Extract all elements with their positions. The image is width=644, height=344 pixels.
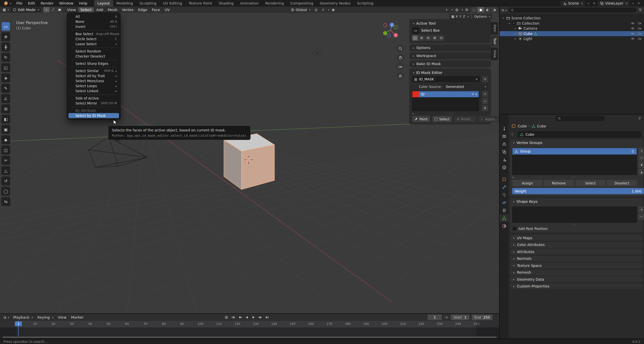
face-select-button[interactable]: ■ — [56, 7, 63, 12]
menu-item-select-all-by-trait[interactable]: Select All by Trait▸ — [68, 73, 119, 78]
close-icon[interactable]: ✕ — [475, 77, 478, 81]
xray-toggle-button[interactable]: ⊞ — [464, 7, 470, 12]
mesh-name-field[interactable]: Cube — [518, 131, 641, 137]
jump-to-start-button[interactable] — [230, 314, 236, 320]
viewport-menu-mesh[interactable]: Mesh — [105, 7, 119, 12]
navigation-gizmo[interactable]: ZX — [379, 18, 403, 43]
workspace-tab-compositing[interactable]: Compositing — [287, 0, 316, 7]
id-mask-name-field[interactable]: ▦ ID_MASK ✕ — [412, 76, 480, 82]
hide-render-icon[interactable] — [638, 37, 641, 41]
show-gizmo-button[interactable]: ⌖ — [444, 7, 450, 12]
menu-item-circle-select[interactable]: Circle SelectC — [68, 36, 119, 41]
vertex-group-specials-button[interactable]: ▾ — [638, 162, 644, 168]
menu-item-none[interactable]: NoneAlt A — [68, 19, 119, 24]
timeline-menu-view[interactable]: View — [56, 315, 69, 320]
editor-type-button[interactable]: ▦▾ — [2, 8, 10, 12]
poly-build-tool-icon[interactable]: △ — [2, 166, 10, 175]
mode-dropdown[interactable]: Edit Mode ▾ — [11, 7, 41, 12]
hide-viewport-icon[interactable] — [631, 37, 635, 41]
remove-shape-key-button[interactable]: − — [638, 214, 644, 220]
filter-icon[interactable]: ▽ — [511, 133, 513, 136]
menu-item-side-of-active[interactable]: Side of Active — [68, 96, 119, 101]
outliner-row-cube[interactable]: ▸Cube — [500, 31, 644, 36]
scene-selector[interactable]: Scene ▾ — [560, 1, 585, 6]
edge-slide-tool-icon[interactable]: ⇆ — [2, 197, 10, 206]
measure-tool-icon[interactable]: ∠ — [2, 94, 10, 103]
play-button[interactable] — [251, 314, 257, 320]
menu-item-invert[interactable]: InvertCtrl I — [68, 24, 119, 29]
pin-icon[interactable] — [638, 117, 641, 120]
autokey-record-button[interactable] — [223, 314, 229, 320]
id-mask-list-item[interactable]: ID⟳▾ — [412, 91, 479, 97]
list-resize-grip[interactable]: ∷∷ — [572, 223, 576, 226]
outliner-search-input[interactable] — [508, 8, 637, 13]
reset-button[interactable]: ↺Reset... — [454, 116, 476, 122]
timeline-ruler[interactable]: 1020304050607080901001101201301401501601… — [0, 321, 499, 327]
show-overlays-button[interactable]: ◍ — [454, 7, 460, 12]
viewport-menu-select[interactable]: Select — [78, 7, 94, 12]
properties-tab-object[interactable] — [500, 175, 509, 183]
sidebar-tab-item[interactable]: Item — [491, 22, 498, 35]
weight-slider[interactable]: Weight 1.000 — [512, 188, 644, 194]
shading-solid-button[interactable]: ● — [477, 7, 484, 12]
viewport-menu-face[interactable]: Face — [150, 7, 163, 12]
topbar-menu-render[interactable]: Render — [38, 1, 56, 6]
chevron-down-icon[interactable]: ▾ — [475, 93, 477, 96]
panel-bake-id-mask[interactable]: ▸Bake ID Mask — [410, 61, 491, 67]
lock-icon[interactable] — [631, 150, 635, 153]
apply-button[interactable]: ✓Apply... — [478, 116, 499, 122]
camera-view-icon[interactable] — [396, 63, 404, 70]
frame-start-field[interactable]: Start1 — [451, 315, 469, 320]
unlink-scene-button[interactable]: ✕ — [592, 1, 596, 6]
menu-item-by-attribute[interactable]: By Attribute — [68, 108, 119, 113]
smooth-tool-icon[interactable]: ◯ — [2, 187, 10, 195]
panel-options[interactable]: ▸Options — [410, 44, 491, 51]
remove-button[interactable]: Remove — [544, 180, 574, 186]
hide-render-icon[interactable] — [638, 32, 641, 35]
properties-tab-scene[interactable] — [500, 156, 509, 163]
properties-tab-output[interactable] — [500, 140, 509, 148]
new-scene-button[interactable]: ＋ — [586, 1, 591, 6]
add-id-button[interactable]: ＋ — [482, 91, 488, 97]
panel-attributes[interactable]: ▸Attributes — [510, 249, 643, 255]
use-preview-range-icon[interactable]: ◔ — [444, 315, 449, 320]
viewport-menu-view[interactable]: View — [65, 7, 78, 12]
workspace-tab-texture-paint[interactable]: Texture Paint — [185, 0, 216, 7]
axis-toggle-z[interactable]: Z — [463, 15, 465, 18]
workspace-tab-shading[interactable]: Shading — [215, 0, 237, 7]
topbar-menu-edit[interactable]: Edit — [25, 1, 38, 6]
topbar-menu-window[interactable]: Window — [56, 1, 76, 6]
gizmo-axis-toggles[interactable]: ▦XYZ▾ — [449, 14, 471, 19]
menu-item-select-similar[interactable]: Select SimilarShift G▸ — [68, 68, 119, 73]
outliner-row-light[interactable]: ▸Light — [500, 36, 644, 41]
scale-tool-icon[interactable]: ◱ — [2, 63, 10, 72]
exclude-checkbox[interactable]: ✓ — [512, 22, 515, 25]
panel-remesh[interactable]: ▸Remesh — [510, 269, 643, 276]
filter-icon[interactable] — [638, 8, 642, 12]
properties-tab-modifiers[interactable] — [500, 183, 509, 191]
editor-type-button[interactable]: ◔▾ — [2, 316, 10, 319]
hide-viewport-icon[interactable] — [631, 26, 635, 30]
move-up-button[interactable]: ▴ — [638, 169, 644, 175]
menu-item-select-by-id-mask[interactable]: Select by ID Mask — [68, 113, 119, 118]
remove-viewlayer-button[interactable]: ✕ — [636, 1, 641, 6]
annotate-tool-icon[interactable]: ✎ — [2, 84, 10, 92]
id-specials-button[interactable]: ▾ — [482, 105, 488, 111]
properties-tab-physics[interactable] — [500, 199, 509, 206]
outliner-row-camera[interactable]: ▸Camera — [500, 26, 644, 31]
properties-tab-object-data[interactable] — [500, 214, 509, 222]
vertex-select-button[interactable]: • — [43, 7, 50, 12]
add-rest-position-checkbox[interactable] — [513, 227, 516, 230]
id-color-swatch[interactable] — [412, 91, 419, 97]
add-shape-key-button[interactable]: ＋ — [638, 207, 644, 213]
properties-tab-render[interactable] — [500, 132, 509, 140]
proportional-editing-button[interactable]: ◉ — [330, 7, 336, 12]
viewport-menu-vertex[interactable]: Vertex — [120, 7, 136, 12]
jump-to-end-button[interactable] — [264, 314, 270, 320]
viewport-menu-uv[interactable]: UV — [162, 7, 172, 12]
refresh-icon[interactable]: ⟳ — [472, 93, 474, 96]
topbar-menu-help[interactable]: Help — [76, 1, 90, 6]
active-tool-panel-header[interactable]: ▾Active Tool — [411, 21, 489, 26]
pan-hand-icon[interactable] — [396, 54, 404, 61]
sidebar-tab-view[interactable]: View — [491, 47, 498, 60]
